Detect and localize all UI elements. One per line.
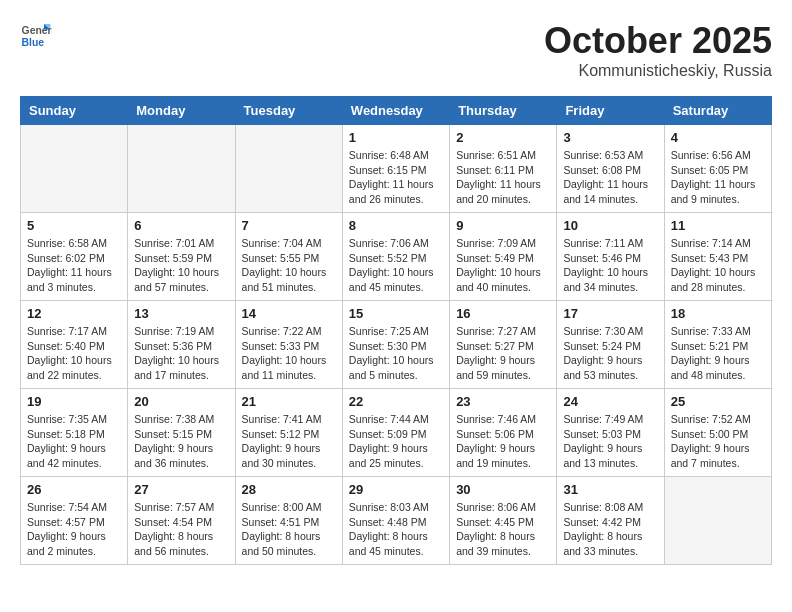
- day-info: Sunrise: 7:54 AM Sunset: 4:57 PM Dayligh…: [27, 500, 121, 559]
- calendar-cell: 19Sunrise: 7:35 AM Sunset: 5:18 PM Dayli…: [21, 389, 128, 477]
- calendar-cell: 7Sunrise: 7:04 AM Sunset: 5:55 PM Daylig…: [235, 213, 342, 301]
- calendar-cell: 13Sunrise: 7:19 AM Sunset: 5:36 PM Dayli…: [128, 301, 235, 389]
- calendar-cell: 17Sunrise: 7:30 AM Sunset: 5:24 PM Dayli…: [557, 301, 664, 389]
- day-number: 26: [27, 482, 121, 497]
- day-info: Sunrise: 7:06 AM Sunset: 5:52 PM Dayligh…: [349, 236, 443, 295]
- day-info: Sunrise: 6:58 AM Sunset: 6:02 PM Dayligh…: [27, 236, 121, 295]
- day-number: 19: [27, 394, 121, 409]
- day-number: 15: [349, 306, 443, 321]
- calendar-cell: 27Sunrise: 7:57 AM Sunset: 4:54 PM Dayli…: [128, 477, 235, 565]
- day-number: 23: [456, 394, 550, 409]
- calendar-cell: 11Sunrise: 7:14 AM Sunset: 5:43 PM Dayli…: [664, 213, 771, 301]
- day-info: Sunrise: 7:01 AM Sunset: 5:59 PM Dayligh…: [134, 236, 228, 295]
- day-number: 28: [242, 482, 336, 497]
- day-info: Sunrise: 7:49 AM Sunset: 5:03 PM Dayligh…: [563, 412, 657, 471]
- title-section: October 2025 Kommunisticheskiy, Russia: [544, 20, 772, 80]
- calendar-cell: 24Sunrise: 7:49 AM Sunset: 5:03 PM Dayli…: [557, 389, 664, 477]
- calendar-week-2: 5Sunrise: 6:58 AM Sunset: 6:02 PM Daylig…: [21, 213, 772, 301]
- calendar-week-3: 12Sunrise: 7:17 AM Sunset: 5:40 PM Dayli…: [21, 301, 772, 389]
- calendar-cell: 20Sunrise: 7:38 AM Sunset: 5:15 PM Dayli…: [128, 389, 235, 477]
- day-number: 24: [563, 394, 657, 409]
- day-number: 9: [456, 218, 550, 233]
- calendar-header-row: SundayMondayTuesdayWednesdayThursdayFrid…: [21, 97, 772, 125]
- day-number: 8: [349, 218, 443, 233]
- calendar-cell: 4Sunrise: 6:56 AM Sunset: 6:05 PM Daylig…: [664, 125, 771, 213]
- day-info: Sunrise: 7:22 AM Sunset: 5:33 PM Dayligh…: [242, 324, 336, 383]
- calendar-cell: 21Sunrise: 7:41 AM Sunset: 5:12 PM Dayli…: [235, 389, 342, 477]
- calendar-cell: [664, 477, 771, 565]
- day-info: Sunrise: 7:19 AM Sunset: 5:36 PM Dayligh…: [134, 324, 228, 383]
- day-info: Sunrise: 7:11 AM Sunset: 5:46 PM Dayligh…: [563, 236, 657, 295]
- day-info: Sunrise: 7:41 AM Sunset: 5:12 PM Dayligh…: [242, 412, 336, 471]
- day-number: 3: [563, 130, 657, 145]
- day-info: Sunrise: 8:03 AM Sunset: 4:48 PM Dayligh…: [349, 500, 443, 559]
- day-info: Sunrise: 7:38 AM Sunset: 5:15 PM Dayligh…: [134, 412, 228, 471]
- calendar-cell: 29Sunrise: 8:03 AM Sunset: 4:48 PM Dayli…: [342, 477, 449, 565]
- day-number: 17: [563, 306, 657, 321]
- day-number: 2: [456, 130, 550, 145]
- calendar-cell: 6Sunrise: 7:01 AM Sunset: 5:59 PM Daylig…: [128, 213, 235, 301]
- calendar-cell: 1Sunrise: 6:48 AM Sunset: 6:15 PM Daylig…: [342, 125, 449, 213]
- calendar-cell: [128, 125, 235, 213]
- day-info: Sunrise: 7:35 AM Sunset: 5:18 PM Dayligh…: [27, 412, 121, 471]
- day-number: 30: [456, 482, 550, 497]
- calendar-cell: 31Sunrise: 8:08 AM Sunset: 4:42 PM Dayli…: [557, 477, 664, 565]
- day-header-monday: Monday: [128, 97, 235, 125]
- day-info: Sunrise: 6:56 AM Sunset: 6:05 PM Dayligh…: [671, 148, 765, 207]
- day-info: Sunrise: 7:14 AM Sunset: 5:43 PM Dayligh…: [671, 236, 765, 295]
- day-info: Sunrise: 7:30 AM Sunset: 5:24 PM Dayligh…: [563, 324, 657, 383]
- day-info: Sunrise: 7:25 AM Sunset: 5:30 PM Dayligh…: [349, 324, 443, 383]
- day-number: 31: [563, 482, 657, 497]
- day-info: Sunrise: 7:17 AM Sunset: 5:40 PM Dayligh…: [27, 324, 121, 383]
- calendar-cell: [21, 125, 128, 213]
- calendar-cell: 2Sunrise: 6:51 AM Sunset: 6:11 PM Daylig…: [450, 125, 557, 213]
- calendar-table: SundayMondayTuesdayWednesdayThursdayFrid…: [20, 96, 772, 565]
- day-number: 22: [349, 394, 443, 409]
- day-number: 11: [671, 218, 765, 233]
- day-header-wednesday: Wednesday: [342, 97, 449, 125]
- logo-icon: General Blue: [20, 20, 52, 52]
- calendar-cell: 16Sunrise: 7:27 AM Sunset: 5:27 PM Dayli…: [450, 301, 557, 389]
- day-header-saturday: Saturday: [664, 97, 771, 125]
- day-info: Sunrise: 7:57 AM Sunset: 4:54 PM Dayligh…: [134, 500, 228, 559]
- logo: General Blue: [20, 20, 52, 52]
- day-number: 14: [242, 306, 336, 321]
- day-number: 25: [671, 394, 765, 409]
- day-number: 5: [27, 218, 121, 233]
- day-number: 6: [134, 218, 228, 233]
- day-number: 1: [349, 130, 443, 145]
- day-number: 18: [671, 306, 765, 321]
- day-number: 7: [242, 218, 336, 233]
- day-info: Sunrise: 7:09 AM Sunset: 5:49 PM Dayligh…: [456, 236, 550, 295]
- calendar-cell: 25Sunrise: 7:52 AM Sunset: 5:00 PM Dayli…: [664, 389, 771, 477]
- day-header-sunday: Sunday: [21, 97, 128, 125]
- day-info: Sunrise: 8:06 AM Sunset: 4:45 PM Dayligh…: [456, 500, 550, 559]
- calendar-cell: 26Sunrise: 7:54 AM Sunset: 4:57 PM Dayli…: [21, 477, 128, 565]
- location: Kommunisticheskiy, Russia: [544, 62, 772, 80]
- day-info: Sunrise: 6:53 AM Sunset: 6:08 PM Dayligh…: [563, 148, 657, 207]
- calendar-cell: 22Sunrise: 7:44 AM Sunset: 5:09 PM Dayli…: [342, 389, 449, 477]
- calendar-week-5: 26Sunrise: 7:54 AM Sunset: 4:57 PM Dayli…: [21, 477, 772, 565]
- calendar-cell: 12Sunrise: 7:17 AM Sunset: 5:40 PM Dayli…: [21, 301, 128, 389]
- calendar-cell: 9Sunrise: 7:09 AM Sunset: 5:49 PM Daylig…: [450, 213, 557, 301]
- day-info: Sunrise: 7:33 AM Sunset: 5:21 PM Dayligh…: [671, 324, 765, 383]
- day-number: 21: [242, 394, 336, 409]
- day-header-friday: Friday: [557, 97, 664, 125]
- day-info: Sunrise: 7:46 AM Sunset: 5:06 PM Dayligh…: [456, 412, 550, 471]
- day-info: Sunrise: 7:44 AM Sunset: 5:09 PM Dayligh…: [349, 412, 443, 471]
- calendar-cell: 18Sunrise: 7:33 AM Sunset: 5:21 PM Dayli…: [664, 301, 771, 389]
- day-info: Sunrise: 8:00 AM Sunset: 4:51 PM Dayligh…: [242, 500, 336, 559]
- day-info: Sunrise: 6:51 AM Sunset: 6:11 PM Dayligh…: [456, 148, 550, 207]
- day-header-tuesday: Tuesday: [235, 97, 342, 125]
- calendar-cell: 5Sunrise: 6:58 AM Sunset: 6:02 PM Daylig…: [21, 213, 128, 301]
- day-info: Sunrise: 7:27 AM Sunset: 5:27 PM Dayligh…: [456, 324, 550, 383]
- day-info: Sunrise: 7:52 AM Sunset: 5:00 PM Dayligh…: [671, 412, 765, 471]
- day-info: Sunrise: 7:04 AM Sunset: 5:55 PM Dayligh…: [242, 236, 336, 295]
- day-number: 13: [134, 306, 228, 321]
- calendar-cell: 30Sunrise: 8:06 AM Sunset: 4:45 PM Dayli…: [450, 477, 557, 565]
- calendar-cell: [235, 125, 342, 213]
- calendar-week-1: 1Sunrise: 6:48 AM Sunset: 6:15 PM Daylig…: [21, 125, 772, 213]
- day-number: 20: [134, 394, 228, 409]
- day-number: 16: [456, 306, 550, 321]
- page-header: General Blue October 2025 Kommunistiches…: [20, 20, 772, 80]
